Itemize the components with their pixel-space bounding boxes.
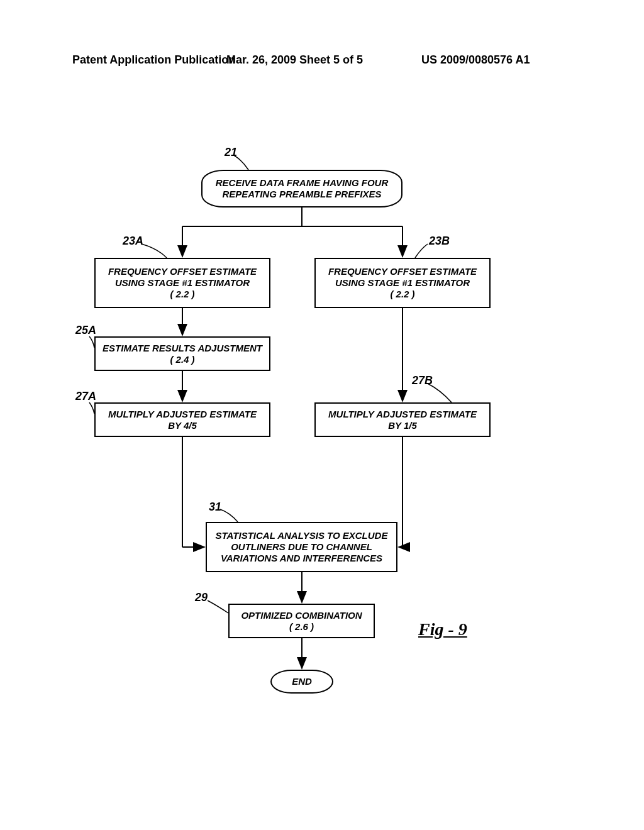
box-27A: MULTIPLY ADJUSTED ESTIMATE BY 4/5: [94, 402, 270, 437]
end-terminal: END: [270, 670, 333, 694]
box-27B: MULTIPLY ADJUSTED ESTIMATE BY 1/5: [314, 402, 491, 437]
n27B-line2: BY 1/5: [388, 420, 417, 431]
start-line1: RECEIVE DATA FRAME HAVING FOUR: [216, 177, 388, 189]
n31-line3: VARIATIONS AND INTERFERENCES: [221, 553, 382, 564]
n23B-line1: FREQUENCY OFFSET ESTIMATE: [328, 266, 477, 277]
ref-27B: 27B: [412, 374, 433, 387]
figure-label: Fig - 9: [418, 619, 467, 639]
box-31: STATISTICAL ANALYSIS TO EXCLUDE OUTLINER…: [206, 522, 397, 572]
n27A-line1: MULTIPLY ADJUSTED ESTIMATE: [108, 409, 257, 420]
n25A-line2: ( 2.4 ): [170, 354, 194, 365]
n25A-line1: ESTIMATE RESULTS ADJUSTMENT: [103, 343, 262, 354]
box-23A: FREQUENCY OFFSET ESTIMATE USING STAGE #1…: [94, 258, 270, 308]
ref-23A: 23A: [123, 235, 143, 248]
n23A-line3: ( 2.2 ): [170, 289, 194, 300]
n27B-line1: MULTIPLY ADJUSTED ESTIMATE: [328, 409, 477, 420]
header-right: US 2009/0080576 A1: [421, 53, 530, 67]
n31-line1: STATISTICAL ANALYSIS TO EXCLUDE: [216, 530, 388, 541]
header-left: Patent Application Publication: [72, 53, 235, 67]
ref-27A: 27A: [75, 390, 96, 403]
n23B-line2: USING STAGE #1 ESTIMATOR: [335, 277, 470, 289]
n23A-line1: FREQUENCY OFFSET ESTIMATE: [108, 266, 257, 277]
ref-29: 29: [195, 591, 208, 604]
box-23B: FREQUENCY OFFSET ESTIMATE USING STAGE #1…: [314, 258, 491, 308]
ref-31: 31: [209, 501, 221, 514]
start-line2: REPEATING PREAMBLE PREFIXES: [222, 189, 381, 200]
n29-line2: ( 2.6 ): [289, 621, 314, 633]
box-25A: ESTIMATE RESULTS ADJUSTMENT ( 2.4 ): [94, 336, 270, 371]
start-terminal: RECEIVE DATA FRAME HAVING FOUR REPEATING…: [201, 170, 402, 208]
ref-23B: 23B: [429, 235, 450, 248]
end-line1: END: [292, 676, 312, 687]
n29-line1: OPTIMIZED COMBINATION: [241, 610, 362, 621]
ref-25A: 25A: [75, 324, 96, 337]
n27A-line2: BY 4/5: [168, 420, 197, 431]
n31-line2: OUTLINERS DUE TO CHANNEL: [231, 541, 372, 553]
header-mid: Mar. 26, 2009 Sheet 5 of 5: [226, 53, 363, 67]
n23A-line2: USING STAGE #1 ESTIMATOR: [115, 277, 250, 289]
ref-21: 21: [225, 146, 237, 159]
page: Patent Application Publication Mar. 26, …: [0, 0, 644, 830]
n23B-line3: ( 2.2 ): [390, 289, 414, 300]
box-29: OPTIMIZED COMBINATION ( 2.6 ): [228, 604, 375, 638]
